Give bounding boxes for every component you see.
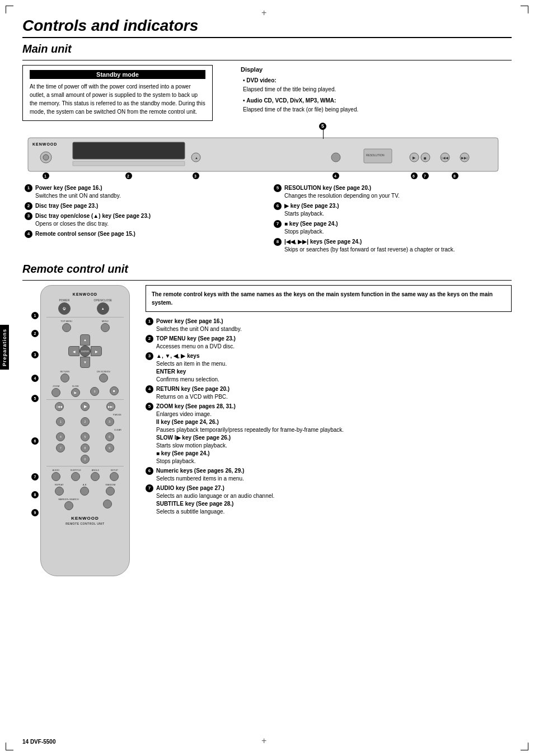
remote-dpad-left[interactable]: ◀ <box>68 346 79 356</box>
remote-callout-9: 9 <box>31 509 39 516</box>
svg-text:7: 7 <box>424 174 426 178</box>
display-title: Display <box>241 65 375 75</box>
remote-num-2[interactable]: 2 <box>81 417 90 426</box>
remote-return-btn[interactable] <box>60 374 69 382</box>
remote-repeat-group: REPEAT <box>55 483 64 496</box>
main-label-3: 3 Disc tray open/close (▲) key (See page… <box>25 212 263 228</box>
remote-random-label: RANDOM <box>106 483 116 486</box>
svg-text:|◀◀: |◀◀ <box>442 156 448 160</box>
remote-openclose-group: OPEN/CLOSE ▲ <box>94 298 113 315</box>
remote-num-3[interactable]: 3 <box>105 417 114 426</box>
remote-repeat-btn[interactable] <box>55 487 64 496</box>
remote-num-6[interactable]: 6 <box>105 432 114 441</box>
remote-zoom-btn[interactable] <box>51 388 60 397</box>
display-item-2-text: Elapsed time of the track (or file) bein… <box>243 106 358 113</box>
main-unit-labels-right: 5 RESOLUTION key (See page 20.)Changes t… <box>274 184 512 256</box>
remote-subtitle-btn[interactable] <box>71 472 80 481</box>
remote-num-4[interactable]: 4 <box>56 432 65 441</box>
remote-label-1: 1 Power key (See page 16.)Switches the u… <box>146 318 512 333</box>
display-item-1: • DVD video: Elapsed time of the title b… <box>243 76 375 94</box>
main-label-6: 6 ▶ key (See page 23.)Starts playback. <box>274 202 512 218</box>
remote-power-btn[interactable]: ⏻ <box>58 302 71 315</box>
remote-ab-btn[interactable] <box>80 487 89 496</box>
remote-dpad-right[interactable]: ▶ <box>91 346 102 356</box>
standby-box: Standby mode At the time of power off wi… <box>22 65 213 121</box>
remote-marker-label: MARKER+SEARCH <box>58 498 78 501</box>
svg-rect-5 <box>73 161 185 166</box>
label-num-8: 8 <box>274 238 282 246</box>
remote-play-btn[interactable]: ▶ <box>81 402 90 411</box>
remote-num-0[interactable]: 0 <box>81 455 90 464</box>
remote-stop-btn[interactable]: ■ <box>110 386 119 395</box>
label-num-6: 6 <box>274 202 282 210</box>
remote-marker-group: MARKER+SEARCH <box>58 498 78 510</box>
label-text-2: Disc tray (See page 23.) <box>35 202 98 210</box>
remote-numgrid-0: 0 <box>46 455 124 464</box>
remote-num-5[interactable]: 5 <box>81 432 90 441</box>
remote-dpad-enter[interactable]: ENTER <box>79 346 91 357</box>
remote-audio-label: AUDIO <box>53 469 60 472</box>
remote-topmenu-label: TOP MENU <box>60 320 72 323</box>
main-label-4: 4 Remote control sensor (See page 15.) <box>25 230 263 238</box>
remote-menu-btn[interactable] <box>101 323 110 332</box>
remote-body-wrap: KENWOOD POWER ⏻ OPEN/CLOSE ▲ <box>40 285 116 576</box>
remote-num-8[interactable]: 8 <box>81 444 90 452</box>
remote-callout-3: 3 <box>31 351 39 358</box>
svg-text:■: ■ <box>424 156 427 161</box>
remote-label-num-6: 6 <box>146 467 153 475</box>
remote-angle-btn[interactable] <box>91 472 100 481</box>
main-label-5: 5 RESOLUTION key (See page 20.)Changes t… <box>274 184 512 200</box>
remote-label-num-3: 3 <box>146 352 153 360</box>
remote-next-btn[interactable]: ▶▶| <box>106 402 115 411</box>
remote-onscreen-btn[interactable] <box>99 374 108 382</box>
crosshair-top <box>263 10 271 18</box>
label-num-2: 2 <box>25 202 32 210</box>
remote-topmenu-btn[interactable] <box>62 323 71 332</box>
standby-text: At the time of power off with the power … <box>30 82 205 116</box>
corner-mark-tl <box>6 6 13 13</box>
remote-audio-btn[interactable] <box>51 472 60 481</box>
remote-pause-btn[interactable]: II <box>90 387 99 396</box>
remote-angle-group: ANGLE <box>91 469 100 481</box>
corner-mark-bl <box>6 743 13 750</box>
remote-divider <box>22 280 512 281</box>
remote-label-text-5: ZOOM key (See pages 28, 31.) Enlarges vi… <box>156 403 344 465</box>
remote-marker-btn[interactable] <box>64 501 73 510</box>
remote-openclose-btn[interactable]: ▲ <box>97 302 109 315</box>
remote-dpad-up[interactable]: ▲ <box>80 334 90 346</box>
remote-num-7[interactable]: 7 <box>56 444 65 452</box>
svg-text:4: 4 <box>334 174 336 178</box>
svg-text:6: 6 <box>413 174 415 178</box>
remote-setup-label: SETUP <box>110 469 118 472</box>
remote-callout-2: 2 <box>31 330 39 337</box>
svg-text:▲: ▲ <box>195 156 198 160</box>
remote-num-9[interactable]: 9 <box>105 444 114 452</box>
section-divider <box>22 60 512 60</box>
remote-setup-btn[interactable] <box>110 472 119 481</box>
remote-label-text-7: AUDIO key (See page 27.) Selects an audi… <box>156 484 274 516</box>
remote-label-3: 3 ▲, ▼, ◀, ▶ keys Selects an item in the… <box>146 352 512 384</box>
remote-logo: KENWOOD <box>46 292 124 296</box>
remote-power-group: POWER ⏻ <box>58 298 71 315</box>
remote-random-btn[interactable] <box>106 487 115 496</box>
remote-openclose-label: OPEN/CLOSE <box>94 298 113 302</box>
remote-zoom-label: ZOOM <box>53 385 59 388</box>
remote-label-num-4: 4 <box>146 385 153 393</box>
crosshair-bottom <box>263 738 271 746</box>
remote-label-text-1: Power key (See page 16.)Switches the uni… <box>156 318 242 333</box>
remote-num-1[interactable]: 1 <box>56 417 65 426</box>
remote-topmenu-group: TOP MENU <box>60 320 72 332</box>
remote-zoom-row: ZOOM SLOW I▶ II ■ <box>46 385 124 397</box>
remote-label-num-1: 1 <box>146 318 153 325</box>
label-text-7: ■ key (See page 24.)Stops playback. <box>284 220 338 236</box>
remote-onscreen-group: ON SCREEN <box>97 370 110 382</box>
remote-desc-area: The remote control keys with the same na… <box>146 285 512 576</box>
remote-label-text-4: RETURN key (See page 20.)Returns on a VC… <box>156 385 229 401</box>
label-text-8: |◀◀, ▶▶| keys (See page 24.)Skips or sea… <box>284 238 455 254</box>
remote-prev-btn[interactable]: |◀◀ <box>55 402 64 411</box>
remote-slow-btn[interactable]: I▶ <box>71 388 80 397</box>
remote-search-btn[interactable] <box>103 500 112 508</box>
remote-label-text-3: ▲, ▼, ◀, ▶ keys Selects an item in the m… <box>156 352 227 384</box>
remote-power-label: POWER <box>59 298 69 302</box>
remote-dpad-down[interactable]: ▼ <box>80 357 90 368</box>
